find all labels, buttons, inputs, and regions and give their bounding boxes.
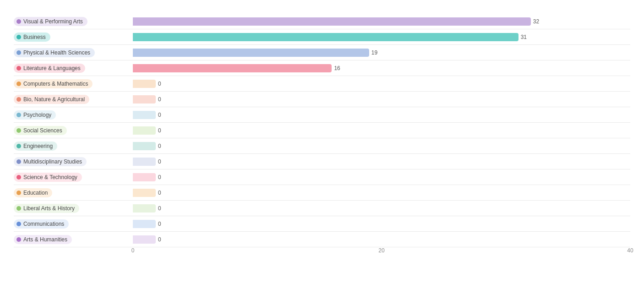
bar-value-label: 0 [158, 127, 161, 134]
bar-row: Science & Technology0 [14, 169, 630, 185]
label-text: Arts & Humanities [23, 236, 67, 243]
bar-fill [133, 142, 156, 150]
bar-fill [133, 126, 156, 135]
bar-container: 0 [133, 235, 630, 244]
bar-label: Arts & Humanities [14, 235, 133, 244]
bar-fill [133, 33, 518, 41]
bar-value-label: 0 [158, 112, 161, 118]
bar-container: 0 [133, 188, 630, 197]
bar-fill [133, 49, 369, 57]
bar-fill [133, 235, 156, 244]
bar-container: 0 [133, 79, 630, 88]
bar-label: Psychology [14, 110, 133, 120]
bar-value-label: 0 [158, 158, 161, 165]
bar-value-label: 0 [158, 236, 161, 243]
label-dot [16, 144, 21, 148]
bar-row: Business31 [14, 29, 630, 45]
label-text: Social Sciences [23, 127, 62, 134]
bar-row: Computers & Mathematics0 [14, 76, 630, 92]
bar-label: Communications [14, 219, 133, 229]
label-dot [16, 50, 21, 55]
bar-label: Engineering [14, 142, 133, 151]
bar-row: Arts & Humanities0 [14, 232, 630, 247]
label-dot [16, 175, 21, 180]
bar-row: Communications0 [14, 216, 630, 232]
label-dot [16, 113, 21, 117]
bar-row: Social Sciences0 [14, 123, 630, 138]
label-text: Communications [23, 221, 64, 227]
bar-value-label: 0 [158, 143, 161, 149]
bar-label: Bio, Nature & Agricultural [14, 95, 133, 104]
label-text: Psychology [23, 112, 51, 118]
bar-container: 0 [133, 142, 630, 151]
bar-row: Psychology0 [14, 107, 630, 123]
label-dot [16, 66, 21, 71]
bar-row: Education0 [14, 185, 630, 201]
x-axis-tick: 40 [627, 247, 633, 254]
x-axis-tick: 0 [131, 247, 135, 254]
bar-fill [133, 17, 531, 26]
label-dot [16, 35, 21, 39]
label-text: Liberal Arts & History [23, 205, 75, 212]
bar-container: 0 [133, 110, 630, 120]
bar-fill [133, 95, 156, 104]
bar-container: 0 [133, 173, 630, 182]
label-dot [16, 97, 21, 102]
bar-value-label: 0 [158, 174, 161, 180]
label-text: Literature & Languages [23, 65, 81, 71]
bar-label: Science & Technology [14, 173, 133, 182]
bar-fill [133, 204, 156, 213]
bar-fill [133, 220, 156, 228]
bar-container: 0 [133, 204, 630, 213]
bar-value-label: 0 [158, 221, 161, 227]
bar-label: Social Sciences [14, 126, 133, 135]
label-text: Computers & Mathematics [23, 81, 88, 87]
label-dot [16, 191, 21, 195]
label-text: Multidisciplinary Studies [23, 158, 82, 165]
bar-label: Literature & Languages [14, 64, 133, 73]
label-dot [16, 128, 21, 133]
bar-row: Engineering0 [14, 138, 630, 154]
bar-fill [133, 173, 156, 181]
bar-value-label: 0 [158, 96, 161, 103]
label-dot [16, 19, 21, 24]
label-dot [16, 222, 21, 226]
bar-fill [133, 80, 156, 88]
label-text: Science & Technology [23, 174, 77, 180]
bar-value-label: 19 [371, 49, 377, 56]
bar-fill [133, 111, 156, 119]
bar-value-label: 0 [158, 205, 161, 212]
bar-row: Literature & Languages16 [14, 60, 630, 76]
bar-value-label: 16 [334, 65, 340, 71]
label-text: Visual & Performing Arts [23, 18, 83, 25]
label-text: Business [23, 34, 46, 40]
bar-container: 31 [133, 33, 630, 42]
bar-label: Business [14, 33, 133, 42]
label-text: Bio, Nature & Agricultural [23, 96, 85, 103]
bar-label: Multidisciplinary Studies [14, 157, 133, 166]
bar-container: 19 [133, 48, 630, 57]
bar-label: Liberal Arts & History [14, 204, 133, 213]
label-dot [16, 237, 21, 242]
bar-value-label: 32 [533, 18, 539, 25]
label-text: Education [23, 190, 48, 196]
bar-container: 0 [133, 95, 630, 104]
bar-row: Bio, Nature & Agricultural0 [14, 92, 630, 107]
label-dot [16, 159, 21, 164]
label-dot [16, 82, 21, 86]
bar-row: Visual & Performing Arts32 [14, 14, 630, 29]
bar-container: 0 [133, 157, 630, 166]
bar-row: Multidisciplinary Studies0 [14, 154, 630, 169]
chart-area: Visual & Performing Arts32Business31Phys… [14, 14, 630, 247]
label-text: Engineering [23, 143, 53, 149]
label-dot [16, 206, 21, 211]
bar-container: 0 [133, 219, 630, 229]
bar-value-label: 0 [158, 81, 161, 87]
x-axis-tick: 20 [378, 247, 384, 254]
bar-fill [133, 158, 156, 166]
bar-fill [133, 189, 156, 197]
bar-label: Education [14, 188, 133, 197]
bar-container: 16 [133, 64, 630, 73]
bar-label: Physical & Health Sciences [14, 48, 133, 57]
label-text: Physical & Health Sciences [23, 49, 90, 56]
